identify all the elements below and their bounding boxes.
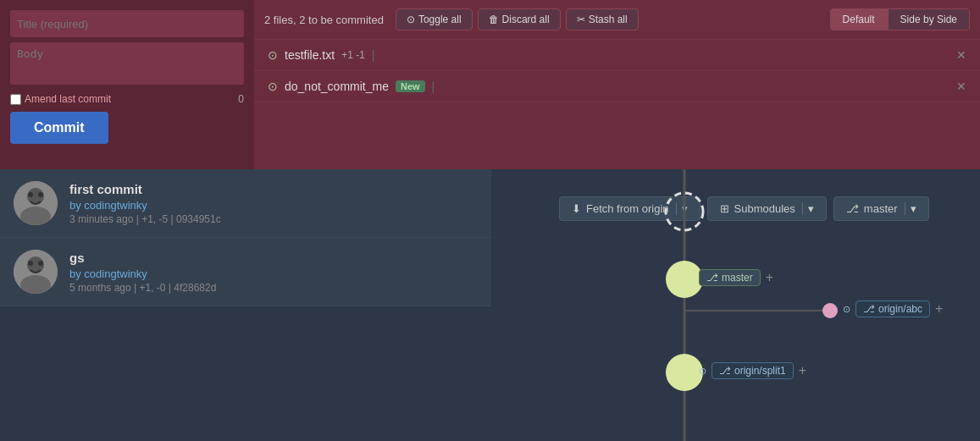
svg-point-15 (666, 354, 703, 391)
master-branch-area: ⎇ master + (699, 269, 773, 286)
remote-icon-split1: ⊙ (699, 366, 706, 377)
files-count: 2 files, 2 to be commited (264, 14, 384, 26)
amend-row: Amend last commit 0 (10, 93, 244, 105)
add-split1-icon[interactable]: + (799, 363, 806, 378)
default-view-button[interactable]: Default (830, 8, 888, 30)
toggle-all-button[interactable]: ⊙ Toggle all (396, 8, 473, 30)
commit-author-1: by codingtwinky (69, 199, 221, 212)
svg-point-9 (38, 261, 43, 266)
file-row[interactable]: ⊙ do_not_commit_me New | ✕ (254, 71, 980, 102)
master-branch-label: ⎇ master (699, 269, 761, 286)
commit-author-2: by codingtwinky (69, 267, 216, 280)
view-buttons: Default Side by Side (830, 8, 970, 30)
commit-info-2: gs by codingtwinky 5 months ago | +1, -0… (69, 251, 216, 294)
close-file-2-icon[interactable]: ✕ (956, 80, 966, 93)
file-staged-icon: ⊙ (268, 48, 278, 62)
svg-point-13 (666, 261, 703, 298)
origin-split1-area: ⊙ ⎇ origin/split1 + (699, 362, 806, 379)
avatar-1 (14, 181, 58, 225)
stash-all-button[interactable]: ✂ Stash all (566, 8, 639, 30)
svg-point-14 (822, 303, 838, 318)
add-master-icon[interactable]: + (766, 270, 773, 285)
close-file-1-icon[interactable]: ✕ (956, 48, 966, 62)
commit-item[interactable]: first commit by codingtwinky 3 minutes a… (0, 169, 491, 238)
amend-checkbox[interactable] (10, 94, 21, 105)
file-row[interactable]: ⊙ testfile.txt +1 -1 | ✕ (254, 40, 980, 71)
commit-item[interactable]: gs by codingtwinky 5 months ago | +1, -0… (0, 238, 491, 306)
graph-area: ⬇ Fetch from origin ▾ ⊞ Submodules ▾ ⎇ m… (491, 169, 980, 441)
toggle-icon: ⊙ (407, 14, 415, 25)
svg-point-8 (28, 261, 33, 266)
avatar-2 (14, 250, 58, 294)
svg-point-4 (38, 192, 43, 197)
commit-body-input[interactable] (10, 42, 244, 85)
commit-title-2: gs (69, 251, 216, 265)
file-diff-1: +1 -1 (341, 49, 365, 61)
commit-title-1: first commit (69, 182, 221, 196)
file-name-2: do_not_commit_me (285, 80, 389, 93)
bottom-panel: first commit by codingtwinky 3 minutes a… (0, 169, 980, 441)
amend-last-commit-label[interactable]: Amend last commit (10, 93, 111, 105)
commit-meta-2: 5 months ago | +1, -0 | 4f28682d (69, 282, 216, 294)
origin-abc-area: ⊙ ⎇ origin/abc + (843, 300, 943, 317)
add-abc-icon[interactable]: + (935, 301, 943, 317)
side-by-side-view-button[interactable]: Side by Side (888, 8, 970, 30)
branch-icon-abc: ⎇ (863, 303, 875, 315)
commit-info-1: first commit by codingtwinky 3 minutes a… (69, 182, 221, 225)
svg-point-3 (28, 192, 33, 197)
files-panel: 2 files, 2 to be commited ⊙ Toggle all 🗑… (254, 0, 980, 169)
files-toolbar: 2 files, 2 to be commited ⊙ Toggle all 🗑… (254, 0, 980, 40)
commit-form: Amend last commit 0 Commit (0, 0, 254, 169)
commit-title-input[interactable] (10, 10, 244, 37)
discard-all-button[interactable]: 🗑 Discard all (478, 8, 561, 30)
trash-icon: 🗑 (489, 14, 499, 25)
file-name-1: testfile.txt (285, 48, 335, 62)
commit-button[interactable]: Commit (10, 112, 108, 144)
amend-count: 0 (238, 93, 244, 105)
file-staged-icon-2: ⊙ (268, 80, 278, 93)
stash-icon: ✂ (577, 14, 585, 25)
separator-2: | (432, 80, 435, 93)
commit-list: first commit by codingtwinky 3 minutes a… (0, 169, 491, 441)
commit-meta-1: 3 minutes ago | +1, -5 | 0934951c (69, 213, 221, 225)
top-panel: Amend last commit 0 Commit 2 files, 2 to… (0, 0, 980, 169)
branch-icon-master: ⎇ (706, 272, 718, 284)
separator-1: | (372, 48, 375, 62)
new-badge: New (396, 80, 425, 92)
remote-icon-abc: ⊙ (843, 304, 850, 315)
origin-split1-label: ⎇ origin/split1 (711, 362, 794, 379)
origin-abc-label: ⎇ origin/abc (855, 300, 930, 317)
branch-icon-split1: ⎇ (719, 365, 731, 377)
